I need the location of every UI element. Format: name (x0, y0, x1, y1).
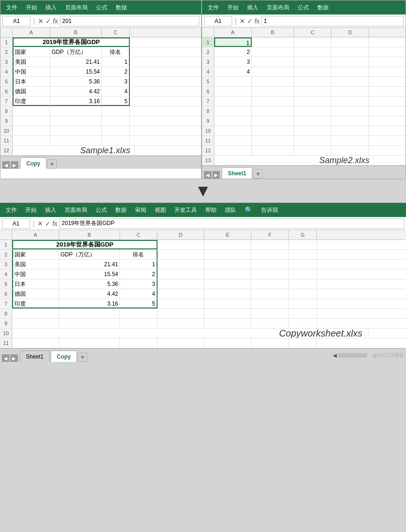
tab-nav-next-left[interactable]: ▶ (11, 161, 18, 169)
sheet-tab-copy-bottom[interactable]: Copy (51, 351, 77, 362)
cell-b4-bottom[interactable]: 15.54 (59, 270, 120, 279)
add-sheet-left[interactable]: + (47, 159, 57, 169)
cell-b5-bottom[interactable]: 5.36 (59, 279, 120, 289)
cell-a3-left[interactable]: 美国 (13, 57, 50, 67)
menu-layout-left[interactable]: 页面布局 (61, 2, 91, 14)
menu-layout-bot[interactable]: 页面布局 (61, 204, 91, 216)
cell-a6-left[interactable]: 德国 (13, 87, 50, 96)
menu-start-left[interactable]: 开始 (22, 2, 41, 14)
cell-c5-bottom[interactable]: 3 (120, 279, 158, 289)
menu-formula-right[interactable]: 公式 (294, 2, 313, 14)
tab-nav-prev-bottom[interactable]: ◀ (2, 354, 9, 362)
cell-b7-left[interactable]: 3.16 (50, 97, 102, 106)
row-2-bottom: 2 国家 GDP（万亿） 排名 (0, 250, 406, 260)
cell-c4-left[interactable]: 2 (102, 67, 130, 76)
cell-c7-left[interactable]: 5 (102, 97, 130, 106)
cell-b3-bottom[interactable]: 21.41 (59, 260, 120, 269)
cell-b6-left[interactable]: 4.42 (50, 87, 102, 96)
menu-team-bot[interactable]: 团队 (221, 204, 240, 216)
cell-a6-bottom[interactable]: 德国 (12, 289, 59, 299)
cell-b4-left[interactable]: 15.54 (50, 67, 102, 76)
menu-insert-right[interactable]: 插入 (243, 2, 262, 14)
cell-c4-bottom[interactable]: 2 (120, 270, 158, 279)
cell-ref-right[interactable] (204, 16, 232, 26)
menu-layout-right[interactable]: 页面布局 (263, 2, 293, 14)
cell-c6-left[interactable]: 4 (102, 87, 130, 96)
menu-tellme-bot[interactable]: 告诉我 (257, 204, 282, 216)
col-header-d-bot: D (158, 230, 204, 240)
tab-nav-prev-left[interactable]: ◀ (2, 161, 10, 169)
cell-a4-right[interactable]: 4 (214, 67, 252, 76)
rownum-5-bottom: 5 (0, 279, 12, 289)
scroll-bar[interactable] (338, 353, 367, 357)
cell-a1-right[interactable]: 1 (214, 37, 252, 47)
menu-file-left[interactable]: 文件 (2, 2, 21, 14)
cell-b2-bottom[interactable]: GDP（万亿） (59, 250, 120, 259)
cell-c2-bottom[interactable]: 排名 (120, 250, 158, 259)
cell-c3-bottom[interactable]: 1 (120, 260, 158, 269)
cell-ref-left[interactable] (2, 16, 30, 26)
menu-view-bot[interactable]: 视图 (151, 204, 170, 216)
formula-bar-right: | ✕ ✓ fx (202, 15, 406, 28)
cell-a5-bottom[interactable]: 日本 (12, 279, 59, 289)
menu-file-bot[interactable]: 文件 (2, 204, 21, 216)
formula-input-bottom[interactable] (60, 218, 404, 229)
sheet-tab-copy-left[interactable]: Copy (20, 157, 46, 169)
bottom-footer: ◀ ▶ Sheet1 Copy + ◀ @51CTO博客 (0, 348, 406, 362)
menu-devtools-bot[interactable]: 开发工具 (171, 204, 201, 216)
cell-a7-bottom[interactable]: 印度 (12, 299, 59, 308)
cell-a3-bottom[interactable]: 美国 (12, 260, 59, 269)
cell-c2-left[interactable]: 排名 (102, 47, 130, 57)
menu-data-right[interactable]: 数据 (314, 2, 332, 14)
menu-review-bot[interactable]: 审阅 (131, 204, 150, 216)
cell-c1-right[interactable] (294, 37, 331, 47)
menu-start-bot[interactable]: 开始 (22, 204, 40, 216)
sheet-tab-sheet1-bottom[interactable]: Sheet1 (20, 351, 50, 362)
menu-data-bot[interactable]: 数据 (112, 204, 130, 216)
cell-b5-left[interactable]: 5.36 (50, 77, 102, 86)
cell-a3-right[interactable]: 3 (214, 57, 252, 67)
cell-b6-bottom[interactable]: 4.42 (59, 289, 120, 299)
cell-a2-bottom[interactable]: 国家 (12, 250, 59, 259)
cell-a2-left[interactable]: 国家 (13, 47, 50, 57)
cell-a2-right[interactable]: 2 (214, 47, 252, 57)
tab-nav-next-right[interactable]: ▶ (212, 171, 220, 179)
search-icon-bot[interactable]: 🔍 (241, 204, 256, 216)
tab-nav-prev-right[interactable]: ◀ (204, 171, 211, 179)
menu-file-right[interactable]: 文件 (204, 2, 223, 14)
add-sheet-bottom[interactable]: + (78, 352, 87, 362)
scroll-left-icon[interactable]: ◀ (333, 352, 337, 359)
formula-input-left[interactable] (60, 16, 199, 26)
menu-help-bot[interactable]: 帮助 (202, 204, 220, 216)
cell-c3-left[interactable]: 1 (102, 57, 130, 67)
menu-start-right[interactable]: 开始 (224, 2, 242, 14)
add-sheet-right[interactable]: + (253, 169, 263, 179)
cell-b3-left[interactable]: 21.41 (50, 57, 102, 67)
cell-a5-left[interactable]: 日本 (13, 77, 50, 86)
cell-c5-left[interactable]: 3 (102, 77, 130, 86)
menu-formula-bot[interactable]: 公式 (92, 204, 111, 216)
cell-a7-left[interactable]: 印度 (13, 97, 50, 106)
menu-data-left[interactable]: 数据 (112, 2, 131, 14)
cell-a4-left[interactable]: 中国 (13, 67, 50, 76)
formula-input-right[interactable] (262, 16, 404, 26)
sheet-tab-sheet1-right[interactable]: Sheet1 (222, 167, 252, 179)
cell-c7-bottom[interactable]: 5 (120, 299, 158, 308)
cell-ref-bottom[interactable] (2, 218, 30, 229)
cell-b2-left[interactable]: GDP（万亿） (50, 47, 102, 57)
tab-nav-next-bottom[interactable]: ▶ (10, 354, 18, 362)
cell-a1-bottom[interactable]: 2019年世界各国GDP (12, 240, 158, 249)
row-5-bottom: 5 日本 5.36 3 (0, 279, 406, 289)
cell-a1-left[interactable]: 2019年世界各国GDP (13, 37, 130, 47)
rownum-4-left: 4 (0, 67, 13, 76)
cell-b7-bottom[interactable]: 3.16 (59, 299, 120, 308)
menu-insert-bot[interactable]: 插入 (41, 204, 60, 216)
menu-insert-left[interactable]: 插入 (42, 2, 60, 14)
cell-b1-right[interactable] (252, 37, 294, 47)
tab-nav-right: ◀ ▶ (202, 171, 222, 179)
cell-c6-bottom[interactable]: 4 (120, 289, 158, 299)
menu-formula-left[interactable]: 公式 (92, 2, 111, 14)
cell-a4-bottom[interactable]: 中国 (12, 270, 59, 279)
col-headers-left: A B C (0, 28, 201, 37)
cell-d1-right[interactable] (331, 37, 369, 47)
